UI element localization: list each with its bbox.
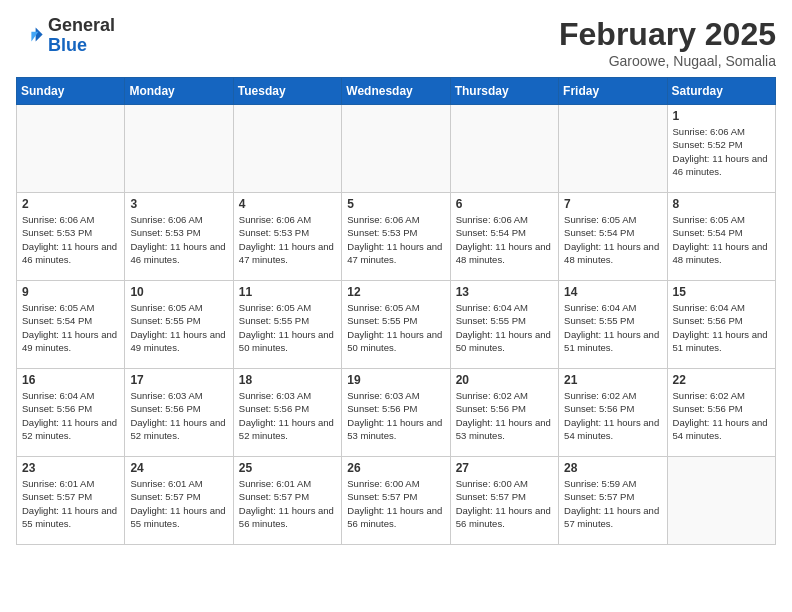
weekday-header: Wednesday (342, 78, 450, 105)
calendar-day: 3Sunrise: 6:06 AMSunset: 5:53 PMDaylight… (125, 193, 233, 281)
day-info: Sunrise: 5:59 AMSunset: 5:57 PMDaylight:… (564, 477, 661, 530)
day-number: 26 (347, 461, 444, 475)
calendar-day: 20Sunrise: 6:02 AMSunset: 5:56 PMDayligh… (450, 369, 558, 457)
calendar-day: 27Sunrise: 6:00 AMSunset: 5:57 PMDayligh… (450, 457, 558, 545)
calendar-day: 15Sunrise: 6:04 AMSunset: 5:56 PMDayligh… (667, 281, 775, 369)
day-number: 24 (130, 461, 227, 475)
day-info: Sunrise: 6:01 AMSunset: 5:57 PMDaylight:… (130, 477, 227, 530)
day-info: Sunrise: 6:06 AMSunset: 5:54 PMDaylight:… (456, 213, 553, 266)
title-block: February 2025 Garoowe, Nugaal, Somalia (559, 16, 776, 69)
calendar-day (233, 105, 341, 193)
calendar-day: 5Sunrise: 6:06 AMSunset: 5:53 PMDaylight… (342, 193, 450, 281)
day-number: 2 (22, 197, 119, 211)
day-number: 28 (564, 461, 661, 475)
calendar-day: 22Sunrise: 6:02 AMSunset: 5:56 PMDayligh… (667, 369, 775, 457)
calendar-day: 25Sunrise: 6:01 AMSunset: 5:57 PMDayligh… (233, 457, 341, 545)
day-number: 5 (347, 197, 444, 211)
calendar-day: 14Sunrise: 6:04 AMSunset: 5:55 PMDayligh… (559, 281, 667, 369)
calendar-day: 21Sunrise: 6:02 AMSunset: 5:56 PMDayligh… (559, 369, 667, 457)
day-info: Sunrise: 6:06 AMSunset: 5:53 PMDaylight:… (347, 213, 444, 266)
day-info: Sunrise: 6:03 AMSunset: 5:56 PMDaylight:… (130, 389, 227, 442)
calendar-day: 7Sunrise: 6:05 AMSunset: 5:54 PMDaylight… (559, 193, 667, 281)
day-number: 3 (130, 197, 227, 211)
day-info: Sunrise: 6:01 AMSunset: 5:57 PMDaylight:… (239, 477, 336, 530)
day-number: 27 (456, 461, 553, 475)
day-number: 8 (673, 197, 770, 211)
calendar-day (559, 105, 667, 193)
day-info: Sunrise: 6:05 AMSunset: 5:54 PMDaylight:… (673, 213, 770, 266)
day-number: 11 (239, 285, 336, 299)
calendar-day: 13Sunrise: 6:04 AMSunset: 5:55 PMDayligh… (450, 281, 558, 369)
day-info: Sunrise: 6:01 AMSunset: 5:57 PMDaylight:… (22, 477, 119, 530)
day-info: Sunrise: 6:06 AMSunset: 5:53 PMDaylight:… (130, 213, 227, 266)
weekday-header: Sunday (17, 78, 125, 105)
calendar-day: 24Sunrise: 6:01 AMSunset: 5:57 PMDayligh… (125, 457, 233, 545)
calendar-day: 26Sunrise: 6:00 AMSunset: 5:57 PMDayligh… (342, 457, 450, 545)
weekday-header: Monday (125, 78, 233, 105)
calendar-day (342, 105, 450, 193)
day-number: 25 (239, 461, 336, 475)
day-info: Sunrise: 6:05 AMSunset: 5:54 PMDaylight:… (22, 301, 119, 354)
day-number: 15 (673, 285, 770, 299)
day-info: Sunrise: 6:05 AMSunset: 5:55 PMDaylight:… (130, 301, 227, 354)
day-info: Sunrise: 6:02 AMSunset: 5:56 PMDaylight:… (673, 389, 770, 442)
calendar-day: 10Sunrise: 6:05 AMSunset: 5:55 PMDayligh… (125, 281, 233, 369)
day-info: Sunrise: 6:02 AMSunset: 5:56 PMDaylight:… (456, 389, 553, 442)
calendar-day: 16Sunrise: 6:04 AMSunset: 5:56 PMDayligh… (17, 369, 125, 457)
day-info: Sunrise: 6:06 AMSunset: 5:53 PMDaylight:… (239, 213, 336, 266)
day-number: 12 (347, 285, 444, 299)
day-number: 18 (239, 373, 336, 387)
day-info: Sunrise: 6:03 AMSunset: 5:56 PMDaylight:… (347, 389, 444, 442)
day-number: 14 (564, 285, 661, 299)
calendar-day (667, 457, 775, 545)
day-number: 17 (130, 373, 227, 387)
location: Garoowe, Nugaal, Somalia (559, 53, 776, 69)
logo-icon (16, 22, 44, 50)
day-info: Sunrise: 6:06 AMSunset: 5:52 PMDaylight:… (673, 125, 770, 178)
day-number: 6 (456, 197, 553, 211)
day-info: Sunrise: 6:04 AMSunset: 5:55 PMDaylight:… (564, 301, 661, 354)
day-info: Sunrise: 6:05 AMSunset: 5:55 PMDaylight:… (239, 301, 336, 354)
calendar-day: 2Sunrise: 6:06 AMSunset: 5:53 PMDaylight… (17, 193, 125, 281)
day-number: 9 (22, 285, 119, 299)
day-info: Sunrise: 6:06 AMSunset: 5:53 PMDaylight:… (22, 213, 119, 266)
logo-blue: Blue (48, 35, 87, 55)
calendar-day (450, 105, 558, 193)
calendar-day: 9Sunrise: 6:05 AMSunset: 5:54 PMDaylight… (17, 281, 125, 369)
calendar-day: 1Sunrise: 6:06 AMSunset: 5:52 PMDaylight… (667, 105, 775, 193)
day-number: 7 (564, 197, 661, 211)
day-number: 22 (673, 373, 770, 387)
day-info: Sunrise: 6:05 AMSunset: 5:54 PMDaylight:… (564, 213, 661, 266)
logo-general: General (48, 15, 115, 35)
weekday-header-row: SundayMondayTuesdayWednesdayThursdayFrid… (17, 78, 776, 105)
calendar-day: 8Sunrise: 6:05 AMSunset: 5:54 PMDaylight… (667, 193, 775, 281)
week-row: 9Sunrise: 6:05 AMSunset: 5:54 PMDaylight… (17, 281, 776, 369)
calendar-day: 6Sunrise: 6:06 AMSunset: 5:54 PMDaylight… (450, 193, 558, 281)
calendar-day: 18Sunrise: 6:03 AMSunset: 5:56 PMDayligh… (233, 369, 341, 457)
calendar-day: 19Sunrise: 6:03 AMSunset: 5:56 PMDayligh… (342, 369, 450, 457)
day-number: 1 (673, 109, 770, 123)
weekday-header: Friday (559, 78, 667, 105)
calendar-day: 4Sunrise: 6:06 AMSunset: 5:53 PMDaylight… (233, 193, 341, 281)
calendar: SundayMondayTuesdayWednesdayThursdayFrid… (16, 77, 776, 545)
calendar-day: 23Sunrise: 6:01 AMSunset: 5:57 PMDayligh… (17, 457, 125, 545)
day-info: Sunrise: 6:04 AMSunset: 5:56 PMDaylight:… (673, 301, 770, 354)
day-number: 4 (239, 197, 336, 211)
day-info: Sunrise: 6:00 AMSunset: 5:57 PMDaylight:… (347, 477, 444, 530)
day-info: Sunrise: 6:03 AMSunset: 5:56 PMDaylight:… (239, 389, 336, 442)
day-number: 19 (347, 373, 444, 387)
calendar-day: 17Sunrise: 6:03 AMSunset: 5:56 PMDayligh… (125, 369, 233, 457)
day-number: 23 (22, 461, 119, 475)
calendar-day: 28Sunrise: 5:59 AMSunset: 5:57 PMDayligh… (559, 457, 667, 545)
weekday-header: Tuesday (233, 78, 341, 105)
calendar-day: 11Sunrise: 6:05 AMSunset: 5:55 PMDayligh… (233, 281, 341, 369)
week-row: 23Sunrise: 6:01 AMSunset: 5:57 PMDayligh… (17, 457, 776, 545)
day-number: 21 (564, 373, 661, 387)
day-info: Sunrise: 6:02 AMSunset: 5:56 PMDaylight:… (564, 389, 661, 442)
day-info: Sunrise: 6:00 AMSunset: 5:57 PMDaylight:… (456, 477, 553, 530)
svg-marker-0 (36, 27, 43, 41)
calendar-day: 12Sunrise: 6:05 AMSunset: 5:55 PMDayligh… (342, 281, 450, 369)
day-number: 10 (130, 285, 227, 299)
week-row: 2Sunrise: 6:06 AMSunset: 5:53 PMDaylight… (17, 193, 776, 281)
day-info: Sunrise: 6:04 AMSunset: 5:55 PMDaylight:… (456, 301, 553, 354)
